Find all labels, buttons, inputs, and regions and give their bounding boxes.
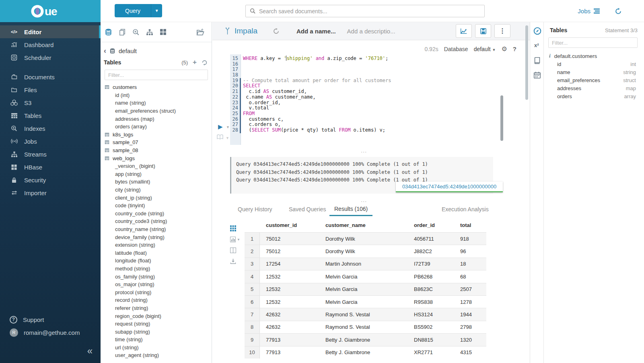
query-description-field[interactable]: Add a descriptio... [347,28,395,35]
back-chevron-icon[interactable]: ‹ [104,47,106,54]
code-line[interactable]: 28 (SELECT SUM(price * qty) total FROM o… [212,128,510,133]
superscript-icon[interactable]: x² [534,42,539,48]
sidebar-item-indexes[interactable]: Indexes [0,122,101,135]
column-row[interactable]: name string [544,68,644,76]
sidebar-item-dashboard[interactable]: Dashboard [0,38,101,51]
query-name-field[interactable]: Add a name... [296,28,336,35]
table-row[interactable]: 1 75012 Dorothy Wilk 4056711 918 [245,232,486,245]
sidebar-item-tables[interactable]: Tables [0,109,101,122]
gear-icon[interactable]: ⚙ [501,45,507,53]
assist-column-item[interactable]: region_code (bigint) [101,312,212,320]
play-options-caret[interactable]: ▼ [226,125,230,129]
query-button-label[interactable]: Query [115,4,151,17]
engine-badge[interactable]: Impala [224,27,257,35]
engine-name[interactable]: Impala [235,27,257,35]
book-icon[interactable] [216,134,224,140]
table-row[interactable]: 8 42632 Raymond S. Vestal BS5902 2798 [245,321,486,333]
column-header[interactable]: customer_name [319,222,408,228]
sidebar-item-security[interactable]: Security [0,173,101,186]
assist-column-item[interactable]: orders (array) [101,123,212,131]
table-row[interactable]: 3 17254 Martin Johnson I72T39 18 [245,258,486,270]
code-line[interactable]: 16 [212,62,510,67]
download-icon[interactable] [230,258,236,264]
assist-column-item[interactable]: user_agent (string) [101,351,212,359]
assist-column-item[interactable]: method (string) [101,265,212,273]
jobs-label[interactable]: Jobs [578,8,591,14]
sidebar-item-s3[interactable]: S3 [0,96,101,109]
database-selector[interactable]: default ▼ [474,46,496,52]
result-tab[interactable]: Saved Queries [284,202,331,216]
code-line-content[interactable] [241,72,243,78]
support-link[interactable]: ? Support [0,313,101,326]
hue-logo[interactable]: ue [30,4,70,19]
code-line[interactable]: 23 o.order_id, [212,100,510,106]
refresh-icon[interactable] [202,60,208,66]
query-id-text[interactable]: 034d413ec7474ed5:4249de1000000000 [402,184,496,190]
open-folder-icon[interactable] [196,29,204,36]
column-header[interactable]: total [454,222,486,228]
sidebar-item-hbase[interactable]: HBase [0,161,101,173]
add-table-icon[interactable]: + [193,58,197,66]
assist-column-item[interactable]: extension (string) [101,241,212,249]
new-query-button[interactable]: Query ▼ [115,4,162,17]
code-line-content[interactable] [241,62,243,67]
jobs-link[interactable]: Jobs [578,8,600,14]
main-scrollbar[interactable] [525,25,528,100]
calendar-icon[interactable] [533,71,541,79]
sql-editor[interactable]: 15 WHERE a.key = 'shipping' and a.zip_co… [212,54,510,146]
assist-column-item[interactable]: longitude (float) [101,257,212,265]
code-line-content[interactable]: WHERE a.key = 'shipping' and a.zip_code … [241,56,388,62]
database-icon[interactable] [105,28,112,36]
database-breadcrumb[interactable]: ‹ default [101,42,212,56]
assist-column-item[interactable]: record (string) [101,296,212,304]
assist-table-item[interactable]: customers [101,83,212,91]
chart-button[interactable] [456,24,472,38]
table-row[interactable]: 5 12532 Melvin Garcia B8623C 2507 [245,283,486,295]
query-id-tooltip[interactable]: 034d413ec7474ed5:4249de1000000000 [396,182,503,192]
copy-docs-icon[interactable] [119,29,126,36]
search-plus-icon[interactable] [132,29,140,36]
active-table-row[interactable]: i default.customers [544,52,644,60]
code-line[interactable]: 22 c.name AS customer_name, [212,95,510,100]
assist-table-item[interactable]: sample_07 [101,138,212,146]
code-line-content[interactable]: FROM [241,111,255,117]
code-line-content[interactable]: v.total [241,105,269,111]
collapse-sidebar-icon[interactable]: « [87,346,93,356]
code-line[interactable]: 24 v.total [212,105,510,111]
search-input[interactable] [259,8,480,14]
history-icon[interactable] [615,8,622,15]
sidebar-item-editor[interactable]: </> Editor [0,25,101,38]
column-header[interactable]: order_id [408,222,454,228]
sidebar-item-jobs[interactable]: Jobs [0,135,101,148]
assist-column-item[interactable]: device_family (string) [101,233,212,241]
sidebar-item-documents[interactable]: Documents [0,70,101,83]
table-row[interactable]: 9 77913 Betty J. Giambrone DN8815 1320 [245,333,486,346]
assist-column-item[interactable]: client_ip (string) [101,194,212,202]
assist-column-item[interactable]: app (string) [101,170,212,178]
assist-column-item[interactable]: code (tinyint) [101,202,212,210]
notebook-icon[interactable] [533,57,541,64]
assist-column-item[interactable]: email_preferences (struct) [101,107,212,115]
database-name[interactable]: default [119,47,137,54]
tables-filter-input[interactable] [105,70,208,80]
column-row[interactable]: addresses map [544,84,644,92]
assist-table-item[interactable]: k8s_logs [101,131,212,139]
assist-column-item[interactable]: country_code (string) [101,210,212,218]
code-line-content[interactable]: SELECT [241,83,260,89]
code-line[interactable]: 27 c.orders o, [212,122,510,128]
column-row[interactable]: email_preferences struct [544,76,644,84]
code-line[interactable]: 21 c.id AS customer_id, [212,89,510,95]
code-line-content[interactable] [241,67,243,72]
editor-scrollbar[interactable] [500,95,503,141]
code-line-content[interactable]: -- Compute total amount per order for al… [241,78,391,84]
global-search[interactable] [245,5,485,17]
compass-icon[interactable] [533,27,541,35]
result-tab[interactable]: Execution Analysis [437,202,494,216]
blocks-icon[interactable] [160,29,167,35]
code-line[interactable]: 19 -- Compute total amount per order for… [212,78,510,84]
info-icon[interactable]: i [549,53,551,59]
assist-column-item[interactable]: bytes (smallint) [101,178,212,186]
code-line-content[interactable]: (SELECT SUM(price * qty) total FROM o.it… [241,128,385,133]
code-line[interactable]: 18 [212,72,510,78]
more-actions-button[interactable]: ⋮ [494,24,510,38]
